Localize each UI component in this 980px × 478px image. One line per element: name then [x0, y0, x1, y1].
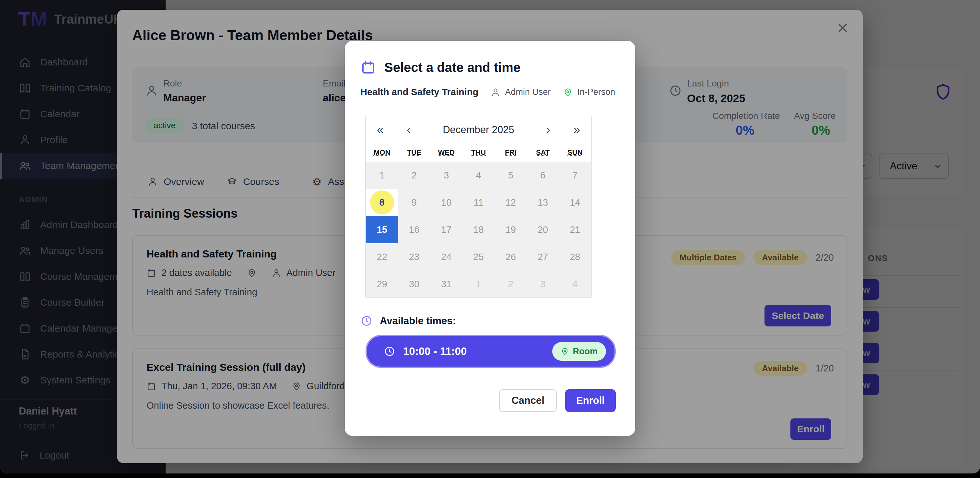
clock-icon — [360, 315, 373, 327]
weekday-label: FRI — [495, 148, 527, 157]
enroll-button[interactable]: Enroll — [565, 389, 616, 412]
calendar-day-20[interactable]: 20 — [527, 216, 559, 243]
calendar-day-19[interactable]: 19 — [495, 216, 527, 243]
calendar-day-4[interactable]: 4 — [463, 162, 495, 189]
weekday-label: WED — [430, 148, 463, 157]
next-month-button[interactable]: › — [534, 123, 563, 137]
room-badge: Room — [552, 342, 606, 361]
calendar-day-10[interactable]: 10 — [430, 189, 463, 216]
calendar-day-2[interactable]: 2 — [398, 162, 430, 189]
calendar-day-4[interactable]: 4 — [559, 270, 591, 298]
calendar-day-31[interactable]: 31 — [430, 270, 463, 298]
calendar-day-1[interactable]: 1 — [366, 162, 398, 189]
calendar-day-29[interactable]: 29 — [366, 270, 398, 298]
next-year-button[interactable]: » — [563, 123, 591, 137]
calendar-day-5[interactable]: 5 — [495, 162, 527, 189]
clock-icon — [384, 346, 395, 357]
calendar-day-26[interactable]: 26 — [495, 243, 527, 270]
calendar-day-8[interactable]: 8 — [366, 189, 398, 216]
date-modal-title: Select a date and time — [384, 60, 520, 75]
time-slot-button[interactable]: 10:00 - 11:00 Room — [366, 335, 616, 368]
calendar-widget: « ‹ December 2025 › » MONTUEWEDTHUFRISAT… — [366, 116, 592, 298]
calendar-day-17[interactable]: 17 — [430, 216, 463, 243]
prev-month-button[interactable]: ‹ — [395, 123, 423, 137]
location-pin-icon — [563, 87, 573, 97]
calendar-day-28[interactable]: 28 — [559, 243, 591, 270]
calendar-day-11[interactable]: 11 — [463, 189, 495, 216]
prev-year-button[interactable]: « — [366, 123, 395, 137]
calendar-day-9[interactable]: 9 — [398, 189, 430, 216]
time-slot-range: 10:00 - 11:00 — [403, 345, 467, 357]
cancel-button[interactable]: Cancel — [499, 389, 557, 412]
calendar-day-1[interactable]: 1 — [463, 270, 495, 298]
calendar-day-23[interactable]: 23 — [398, 243, 430, 270]
available-times-label: Available times: — [380, 315, 456, 327]
weekday-label: THU — [463, 148, 495, 157]
weekday-label: TUE — [398, 148, 430, 157]
calendar-day-27[interactable]: 27 — [527, 243, 559, 270]
user-icon — [491, 87, 500, 97]
calendar-day-16[interactable]: 16 — [398, 216, 430, 243]
calendar-day-15[interactable]: 15 — [366, 216, 398, 243]
calendar-day-13[interactable]: 13 — [527, 189, 559, 216]
calendar-day-7[interactable]: 7 — [559, 162, 591, 189]
calendar-day-25[interactable]: 25 — [463, 243, 495, 270]
calendar-day-12[interactable]: 12 — [495, 189, 527, 216]
weekday-label: MON — [366, 148, 398, 157]
calendar-day-22[interactable]: 22 — [366, 243, 398, 270]
calendar-day-14[interactable]: 14 — [559, 189, 591, 216]
calendar-day-24[interactable]: 24 — [430, 243, 463, 270]
calendar-day-21[interactable]: 21 — [559, 216, 591, 243]
calendar-day-3[interactable]: 3 — [430, 162, 463, 189]
weekday-label: SUN — [559, 148, 591, 157]
app-window: Active ONS ViewViewViewView TM TrainmeUK… — [0, 0, 980, 473]
calendar-day-18[interactable]: 18 — [463, 216, 495, 243]
calendar-day-3[interactable]: 3 — [527, 270, 559, 298]
calendar-icon — [360, 60, 376, 75]
session-mode: In-Person — [563, 87, 615, 97]
calendar-day-30[interactable]: 30 — [398, 270, 430, 298]
calendar-day-6[interactable]: 6 — [527, 162, 559, 189]
month-label[interactable]: December 2025 — [423, 124, 534, 136]
calendar-day-2[interactable]: 2 — [495, 270, 527, 298]
instructor: Admin User — [491, 87, 550, 97]
weekday-label: SAT — [527, 148, 559, 157]
course-name: Health and Safety Training — [360, 87, 478, 97]
select-date-time-modal: Select a date and time Health and Safety… — [345, 41, 635, 436]
location-pin-icon — [561, 347, 569, 356]
